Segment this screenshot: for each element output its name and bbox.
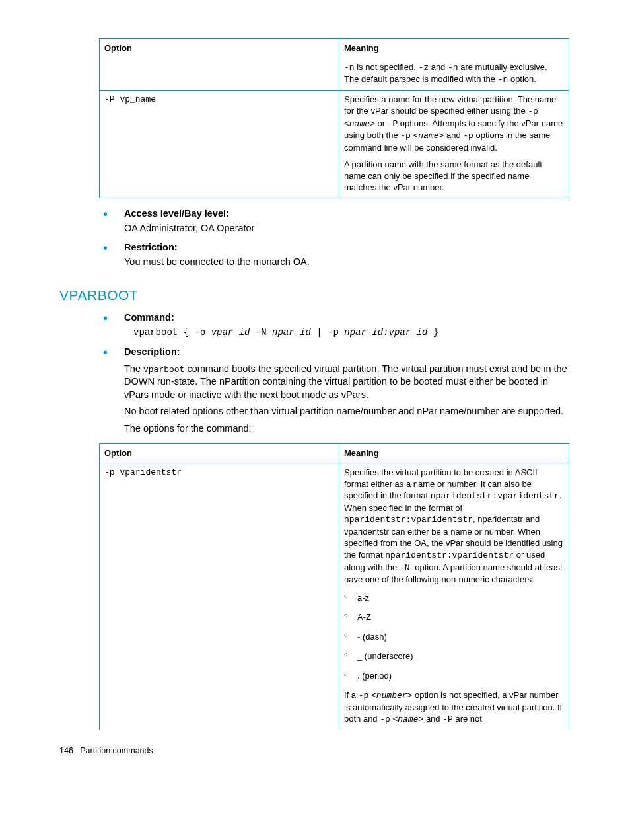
- table-row: -n is not specified. -z and -n are mutua…: [100, 58, 569, 91]
- table-header-row: Option Meaning: [100, 443, 569, 463]
- meaning-cell: Specifies a name for the new virtual par…: [339, 90, 569, 198]
- char-item: _ (underscore): [344, 650, 564, 662]
- list-item-description: Description: The vparboot command boots …: [99, 346, 571, 435]
- char-item: . (period): [344, 670, 564, 682]
- page-content: Option Meaning -n is not specified. -z a…: [0, 0, 630, 777]
- meaning-text: -n is not specified. -z and -n are mutua…: [344, 61, 564, 86]
- list-item-command: Command: vparboot { -p vpar_id -N npar_i…: [99, 311, 571, 339]
- label: Command:: [124, 312, 174, 323]
- char-item: - (dash): [344, 631, 564, 643]
- char-item: a-z: [344, 592, 564, 604]
- desc-p1: The vparboot command boots the specified…: [124, 363, 571, 402]
- list-item-restriction: Restriction: You must be connected to th…: [99, 241, 571, 268]
- meaning-text: Specifies a name for the new virtual par…: [344, 94, 564, 154]
- option-cell: -P vp_name: [100, 90, 339, 198]
- table-header-row: Option Meaning: [100, 39, 569, 58]
- label: Restriction:: [124, 242, 178, 252]
- desc-p3: The options for the command:: [124, 422, 571, 436]
- option-cell: -p vparidentstr: [100, 463, 339, 730]
- page-footer: 146 Partition commands: [59, 745, 571, 757]
- option-cell: [100, 58, 339, 91]
- table-row: -P vp_name Specifies a name for the new …: [100, 90, 569, 198]
- footer-title: Partition commands: [80, 746, 153, 755]
- page-number: 146: [59, 746, 73, 755]
- options-table-1: Option Meaning -n is not specified. -z a…: [99, 38, 569, 198]
- char-item: A-Z: [344, 611, 564, 623]
- section-heading-vparboot: VPARBOOT: [59, 280, 571, 307]
- info-list: Access level/Bay level: OA Administrator…: [99, 208, 571, 268]
- col-option: Option: [100, 39, 339, 58]
- meaning-text: If a -p <number> option is not specified…: [344, 689, 564, 726]
- col-meaning: Meaning: [339, 443, 569, 463]
- meaning-text: Specifies the virtual partition to be cr…: [344, 467, 564, 585]
- desc-p2: No boot related options other than virtu…: [124, 405, 571, 418]
- command-syntax: vparboot { -p vpar_id -N npar_id | -p np…: [133, 326, 571, 339]
- label: Description:: [124, 346, 180, 357]
- char-list: a-z A-Z - (dash) _ (underscore) . (perio…: [344, 592, 564, 682]
- table-row: -p vparidentstr Specifies the virtual pa…: [100, 463, 569, 730]
- meaning-cell: -n is not specified. -z and -n are mutua…: [339, 58, 569, 91]
- label: Access level/Bay level:: [124, 208, 229, 219]
- meaning-text: A partition name with the same format as…: [344, 159, 564, 194]
- col-option: Option: [100, 443, 339, 463]
- meaning-cell: Specifies the virtual partition to be cr…: [339, 463, 569, 730]
- options-table-2: Option Meaning -p vparidentstr Specifies…: [99, 443, 569, 730]
- col-meaning: Meaning: [339, 39, 569, 58]
- list-item-access: Access level/Bay level: OA Administrator…: [99, 208, 571, 235]
- vparboot-list: Command: vparboot { -p vpar_id -N npar_i…: [99, 311, 571, 436]
- body: OA Administrator, OA Operator: [124, 222, 571, 235]
- body: You must be connected to the monarch OA.: [124, 256, 571, 269]
